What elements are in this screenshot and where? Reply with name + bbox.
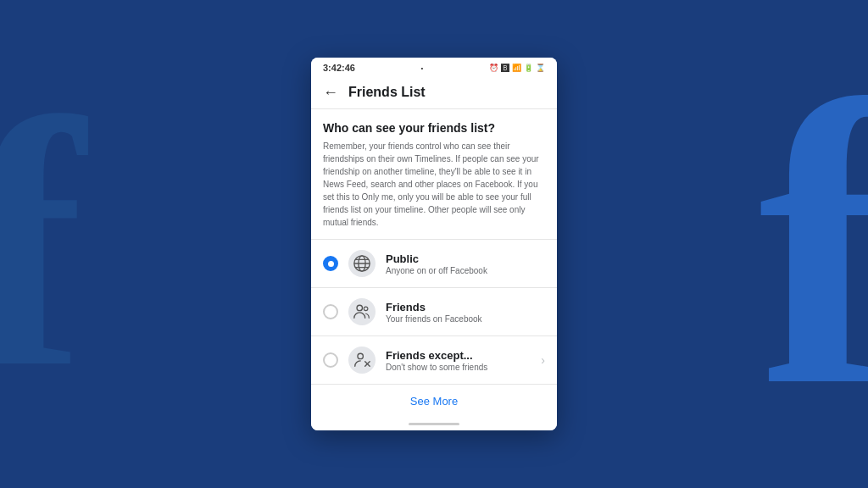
description: Remember, your friends control who can s… — [311, 140, 557, 239]
status-icons: ⏰ 🅱 📶 🔋 ⌛ — [489, 64, 545, 73]
option-friends-except[interactable]: Friends except... Don't show to some fri… — [311, 336, 557, 385]
fb-logo-right: f — [758, 41, 868, 447]
radio-friends[interactable] — [323, 304, 338, 319]
fb-logo-left: f — [0, 66, 85, 422]
option-public[interactable]: Public Anyone on or off Facebook — [311, 240, 557, 288]
phone-container: 3:42:46 • ⏰ 🅱 📶 🔋 ⌛ ← Friends List Who c… — [311, 58, 557, 430]
status-dot: • — [421, 64, 424, 72]
back-button[interactable]: ← — [323, 85, 338, 100]
option-public-text: Public Anyone on or off Facebook — [386, 252, 545, 275]
wifi-icon: ⌛ — [536, 64, 545, 72]
see-more-button[interactable]: See More — [311, 385, 557, 418]
radio-public-inner — [328, 261, 334, 267]
option-friends-except-sublabel: Don't show to some friends — [386, 363, 531, 372]
option-friends-label: Friends — [386, 301, 545, 313]
option-friends-except-label: Friends except... — [386, 349, 531, 362]
radio-friends-except[interactable] — [323, 352, 338, 368]
friends-icon — [348, 298, 376, 325]
option-public-label: Public — [386, 252, 545, 265]
section-title: Who can see your friends list? — [311, 109, 557, 140]
svg-point-5 — [357, 305, 362, 310]
public-icon — [348, 250, 376, 277]
signal-icon: 📶 — [512, 64, 521, 72]
chevron-icon: › — [541, 353, 545, 367]
bluetooth-icon: 🅱 — [501, 64, 509, 73]
header: ← Friends List — [311, 76, 557, 109]
battery-icon: 🔋 — [524, 64, 533, 72]
option-public-sublabel: Anyone on or off Facebook — [386, 266, 545, 275]
status-bar: 3:42:46 • ⏰ 🅱 📶 🔋 ⌛ — [311, 58, 557, 76]
option-friends-text: Friends Your friends on Facebook — [386, 301, 545, 324]
option-friends-sublabel: Your friends on Facebook — [386, 314, 545, 324]
option-friends-except-text: Friends except... Don't show to some fri… — [386, 349, 531, 372]
bottom-indicator — [311, 418, 557, 430]
friends-except-icon — [348, 347, 376, 374]
alarm-icon: ⏰ — [489, 64, 498, 72]
status-time: 3:42:46 — [323, 63, 355, 73]
content: Who can see your friends list? Remember,… — [311, 109, 557, 418]
radio-public[interactable] — [323, 256, 338, 271]
svg-point-6 — [364, 307, 368, 311]
svg-point-7 — [358, 353, 363, 358]
header-title: Friends List — [348, 85, 426, 100]
home-indicator — [409, 423, 459, 425]
option-friends[interactable]: Friends Your friends on Facebook — [311, 288, 557, 336]
